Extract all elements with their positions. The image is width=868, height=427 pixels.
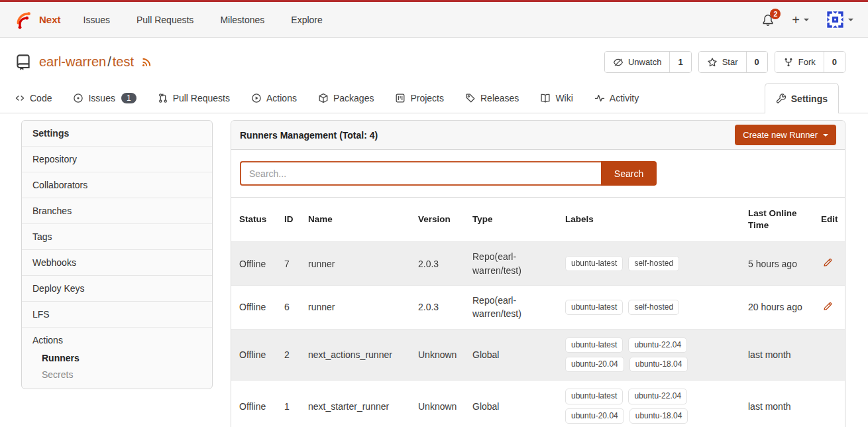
repo-name-link[interactable]: test xyxy=(113,54,134,69)
runner-label-badge: ubuntu-22.04 xyxy=(628,337,687,353)
runner-label-badge: ubuntu-latest xyxy=(565,256,623,271)
sidebar-item-branches[interactable]: Branches xyxy=(22,198,212,223)
runner-version: Unknown xyxy=(410,381,464,427)
runner-version: Unknown xyxy=(410,329,464,381)
watchers-count[interactable]: 1 xyxy=(669,52,690,72)
stars-count[interactable]: 0 xyxy=(746,52,767,72)
brand-home-link[interactable]: Next xyxy=(15,11,61,29)
col-edit: Edit xyxy=(813,198,845,242)
runner-label-badge: ubuntu-latest xyxy=(565,300,623,315)
runner-version: 2.0.3 xyxy=(410,286,464,330)
tab-wiki[interactable]: Wiki xyxy=(540,93,572,103)
runner-last-online: 20 hours ago xyxy=(740,286,813,330)
runner-name: runner xyxy=(300,286,410,330)
create-menu-button[interactable]: + xyxy=(792,13,809,27)
runner-labels: ubuntu-latestself-hosted xyxy=(565,300,732,315)
nav-issues[interactable]: Issues xyxy=(83,15,110,25)
runner-label-badge: ubuntu-18.04 xyxy=(629,357,688,372)
brand-name: Next xyxy=(39,14,61,25)
fork-button[interactable]: Fork xyxy=(775,52,824,72)
repo-path-separator: / xyxy=(107,54,111,69)
eye-slash-icon xyxy=(613,57,624,68)
tab-activity[interactable]: Activity xyxy=(594,93,639,103)
chevron-down-icon xyxy=(823,134,828,139)
project-icon xyxy=(395,93,406,103)
search-button[interactable]: Search xyxy=(601,161,657,186)
tab-releases[interactable]: Releases xyxy=(465,93,519,103)
pencil-icon xyxy=(822,257,833,268)
runner-version: 2.0.3 xyxy=(410,242,464,286)
issues-count-badge: 1 xyxy=(121,93,136,103)
git-pull-request-icon xyxy=(158,93,168,103)
runner-label-badge: ubuntu-latest xyxy=(565,337,623,353)
runner-type: Repo(earl-warren/test) xyxy=(464,242,557,286)
runner-status: Offline xyxy=(231,381,276,427)
runner-label-badge: self-hosted xyxy=(628,300,679,315)
notifications-button[interactable]: 2 xyxy=(761,13,775,27)
sidebar-item-webhooks[interactable]: Webhooks xyxy=(22,249,212,275)
rss-icon[interactable] xyxy=(140,56,153,68)
col-name: Name xyxy=(300,198,410,242)
sidebar-item-lfs[interactable]: LFS xyxy=(22,301,212,327)
panel-header: Runners Management (Total: 4) Create new… xyxy=(231,121,845,150)
tab-actions[interactable]: Actions xyxy=(251,93,297,103)
col-last-online-time: Last Online Time xyxy=(740,198,813,242)
runner-labels: ubuntu-latestubuntu-22.04ubuntu-20.04ubu… xyxy=(565,337,732,373)
runner-id: 7 xyxy=(276,242,300,286)
runner-status: Offline xyxy=(231,286,276,330)
forgejo-logo-icon xyxy=(15,11,33,29)
runner-id: 6 xyxy=(276,286,300,330)
runner-label-badge: ubuntu-20.04 xyxy=(565,408,624,424)
create-new-runner-button[interactable]: Create new Runner xyxy=(735,125,836,145)
col-id: ID xyxy=(276,198,300,242)
sidebar-item-collaborators[interactable]: Collaborators xyxy=(22,172,212,198)
sidebar-item-tags[interactable]: Tags xyxy=(22,223,212,249)
sidebar-item-deploy-keys[interactable]: Deploy Keys xyxy=(22,275,212,301)
primary-nav: Issues Pull Requests Milestones Explore xyxy=(83,15,323,25)
tab-pull-requests[interactable]: Pull Requests xyxy=(158,93,230,103)
table-header-row: Status ID Name Version Type Labels Last … xyxy=(231,198,845,242)
pencil-icon xyxy=(822,301,833,312)
nav-pull-requests[interactable]: Pull Requests xyxy=(136,15,193,25)
tab-packages[interactable]: Packages xyxy=(318,93,374,103)
col-version: Version xyxy=(410,198,464,242)
runner-name: runner xyxy=(300,242,410,286)
edit-runner-button[interactable] xyxy=(821,256,834,269)
settings-tools-icon xyxy=(776,93,787,104)
nav-explore[interactable]: Explore xyxy=(291,15,322,25)
nav-milestones[interactable]: Milestones xyxy=(220,15,264,25)
sidebar-item-secrets[interactable]: Secrets xyxy=(22,368,212,389)
table-row: Offline 6 runner 2.0.3 Repo(earl-warren/… xyxy=(231,286,845,330)
unwatch-button[interactable]: Unwatch xyxy=(605,52,670,72)
table-row: Offline 1 next_starter_runner Unknown Gl… xyxy=(231,381,845,427)
runner-type: Global xyxy=(464,381,557,427)
star-icon xyxy=(707,57,718,68)
repo-header: earl-warren/test Unwatch 1 Star xyxy=(0,38,868,84)
sidebar-item-settings[interactable]: Settings xyxy=(22,121,212,146)
tab-projects[interactable]: Projects xyxy=(395,93,444,103)
forks-count[interactable]: 0 xyxy=(824,52,845,72)
page-content: Settings Repository Collaborators Branch… xyxy=(0,113,868,427)
runner-last-online: last month xyxy=(740,329,813,381)
repo-owner-link[interactable]: earl-warren xyxy=(39,54,106,69)
runners-panel: Runners Management (Total: 4) Create new… xyxy=(231,120,845,427)
settings-sidebar: Settings Repository Collaborators Branch… xyxy=(21,120,213,389)
search-section: Search xyxy=(231,150,845,198)
user-menu-button[interactable] xyxy=(826,11,853,29)
runner-label-badge: ubuntu-20.04 xyxy=(565,357,624,372)
search-input[interactable] xyxy=(240,161,601,186)
tab-settings[interactable]: Settings xyxy=(765,83,839,113)
runner-type: Global xyxy=(464,329,557,381)
fork-icon xyxy=(783,57,794,68)
sidebar-item-actions[interactable]: Actions xyxy=(22,327,212,348)
tab-code[interactable]: Code xyxy=(15,93,52,103)
repo-title: earl-warren/test xyxy=(15,53,153,71)
top-navbar: Next Issues Pull Requests Milestones Exp… xyxy=(0,2,868,38)
runner-label-badge: ubuntu-18.04 xyxy=(629,408,688,424)
edit-runner-button[interactable] xyxy=(821,300,834,313)
star-button[interactable]: Star xyxy=(699,52,746,72)
tab-issues[interactable]: Issues 1 xyxy=(73,93,136,103)
sidebar-item-repository[interactable]: Repository xyxy=(22,146,212,172)
runner-labels: ubuntu-latestubuntu-22.04ubuntu-20.04ubu… xyxy=(565,389,732,424)
sidebar-item-runners[interactable]: Runners xyxy=(22,348,212,368)
